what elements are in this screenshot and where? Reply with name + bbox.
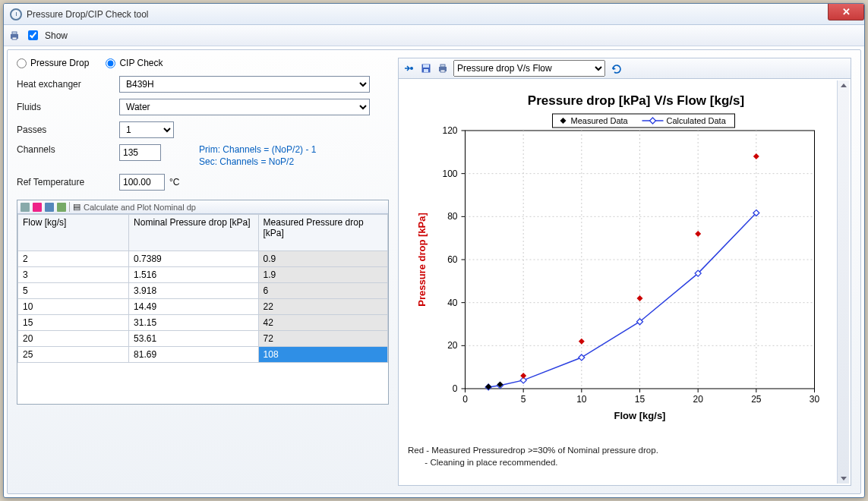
col-flow: Flow [kg/s] [18, 215, 129, 251]
heat-exchanger-label: Heat exchanger [17, 79, 119, 90]
chart-scrollbar[interactable] [837, 80, 849, 484]
titlebar: Pressure Drop/CIP Check tool ✕ [4, 4, 864, 25]
table-row[interactable]: 1014.4922 [18, 299, 388, 315]
table-row[interactable]: 2053.6172 [18, 331, 388, 347]
ref-temp-input[interactable] [119, 174, 165, 191]
window-title: Pressure Drop/CIP Check tool [27, 9, 149, 20]
svg-text:25: 25 [751, 394, 762, 405]
passes-label: Passes [17, 124, 119, 135]
app-window: Pressure Drop/CIP Check tool ✕ Show Pres… [3, 3, 865, 498]
table-row[interactable]: 1531.1542 [18, 315, 388, 331]
menubar: Show [4, 25, 864, 46]
cell-nominal[interactable]: 14.49 [129, 299, 258, 315]
cell-nominal[interactable]: 81.69 [129, 347, 258, 363]
cell-flow[interactable]: 20 [18, 331, 129, 347]
y-axis-label: Pressure drop [kPa] [416, 213, 428, 307]
chart-footer: Red - Measured Pressuredrop >=30% of Nom… [405, 442, 837, 468]
ref-temp-label: Ref Temperature [17, 177, 119, 187]
svg-text:30: 30 [810, 394, 820, 405]
chart-svg: Pressure drop [kPa] V/s Flow [kg/s] Meas… [405, 85, 837, 442]
print-chart-icon[interactable] [437, 62, 449, 74]
svg-rect-1 [12, 32, 17, 34]
svg-text:Measured Data: Measured Data [571, 116, 629, 125]
export-icon[interactable] [403, 62, 415, 74]
heat-exchanger-select[interactable]: B439H [119, 76, 370, 93]
passes-select[interactable]: 1 [119, 121, 174, 138]
chart-title: Pressure drop [kPa] V/s Flow [kg/s] [528, 93, 744, 108]
table-row[interactable]: 2581.69108 [18, 347, 388, 363]
client-area: Pressure Drop CIP Check Heat exchanger B… [7, 49, 861, 494]
channels-input[interactable] [119, 144, 161, 161]
cell-measured[interactable]: 22 [258, 299, 387, 315]
svg-text:10: 10 [576, 394, 587, 405]
mode-radio-group: Pressure Drop CIP Check [17, 58, 389, 68]
refresh-icon[interactable] [610, 62, 622, 74]
svg-text:100: 100 [442, 169, 457, 179]
svg-text:5: 5 [521, 394, 526, 405]
fluids-label: Fluids [17, 102, 119, 112]
cell-nominal[interactable]: 31.15 [129, 315, 258, 331]
cell-flow[interactable]: 2 [18, 251, 129, 267]
cell-flow[interactable]: 5 [18, 283, 129, 299]
data-table-container: ▤ Calculate and Plot Nominal dp Flow [kg… [17, 200, 389, 405]
radio-cip-check[interactable]: CIP Check [106, 58, 163, 68]
ref-temp-unit: °C [169, 177, 179, 187]
cell-measured[interactable]: 108 [258, 347, 387, 363]
fluids-select[interactable]: Water [119, 99, 370, 115]
col-nominal: Nominal Pressure drop [kPa] [129, 215, 258, 251]
svg-text:60: 60 [447, 254, 458, 265]
svg-text:Calculated Data: Calculated Data [667, 116, 727, 125]
svg-text:0: 0 [453, 383, 458, 394]
right-panel: Pressure drop V/s Flow Pressure drop [kP… [398, 58, 851, 486]
svg-text:20: 20 [447, 340, 458, 351]
svg-rect-9 [440, 70, 445, 72]
x-axis-label: Flow [kg/s] [614, 410, 666, 421]
cell-measured[interactable]: 0.9 [258, 251, 387, 267]
channels-label: Channels [17, 144, 119, 155]
table-row[interactable]: 31.5161.9 [18, 267, 388, 283]
data-table: Flow [kg/s] Nominal Pressure drop [kPa] … [17, 214, 388, 363]
svg-text:80: 80 [447, 211, 458, 222]
save-icon[interactable] [420, 62, 432, 74]
table-row[interactable]: 53.9186 [18, 283, 388, 299]
cell-measured[interactable]: 42 [258, 315, 387, 331]
cell-nominal[interactable]: 3.918 [129, 283, 258, 299]
chart-toolbar: Pressure drop V/s Flow [398, 58, 851, 79]
table-toolbar[interactable]: ▤ Calculate and Plot Nominal dp [17, 200, 388, 214]
cell-flow[interactable]: 3 [18, 267, 129, 283]
svg-rect-2 [12, 37, 17, 39]
chart-type-select[interactable]: Pressure drop V/s Flow [453, 60, 605, 77]
chart-area: Pressure drop [kPa] V/s Flow [kg/s] Meas… [398, 79, 851, 486]
svg-rect-6 [424, 69, 428, 72]
show-checkbox[interactable] [28, 30, 38, 40]
cell-measured[interactable]: 6 [258, 283, 387, 299]
cell-nominal[interactable]: 1.516 [129, 267, 258, 283]
svg-text:20: 20 [693, 394, 703, 405]
svg-text:120: 120 [442, 125, 457, 136]
cell-flow[interactable]: 15 [18, 315, 129, 331]
show-label: Show [45, 30, 68, 41]
channels-hint: Prim: Channels = (NoP/2) - 1 Sec: Channe… [199, 144, 316, 168]
left-panel: Pressure Drop CIP Check Heat exchanger B… [17, 58, 389, 486]
svg-rect-8 [440, 65, 445, 67]
svg-text:0: 0 [462, 394, 468, 405]
svg-rect-5 [423, 65, 429, 68]
print-icon[interactable] [8, 30, 21, 42]
cell-measured[interactable]: 72 [258, 331, 387, 347]
cell-measured[interactable]: 1.9 [258, 267, 387, 283]
cell-nominal[interactable]: 0.7389 [129, 251, 258, 267]
cell-flow[interactable]: 10 [18, 299, 129, 315]
chart-legend: Measured Data Calculated Data [553, 114, 735, 128]
svg-point-3 [410, 67, 413, 70]
app-icon [10, 8, 22, 20]
col-measured: Measured Pressure drop [kPa] [258, 215, 387, 251]
close-button[interactable]: ✕ [828, 4, 864, 20]
radio-pressure-drop[interactable]: Pressure Drop [17, 58, 89, 68]
svg-text:40: 40 [447, 298, 458, 308]
cell-nominal[interactable]: 53.61 [129, 331, 258, 347]
table-row[interactable]: 20.73890.9 [18, 251, 388, 267]
svg-text:15: 15 [635, 394, 645, 405]
cell-flow[interactable]: 25 [18, 347, 129, 363]
